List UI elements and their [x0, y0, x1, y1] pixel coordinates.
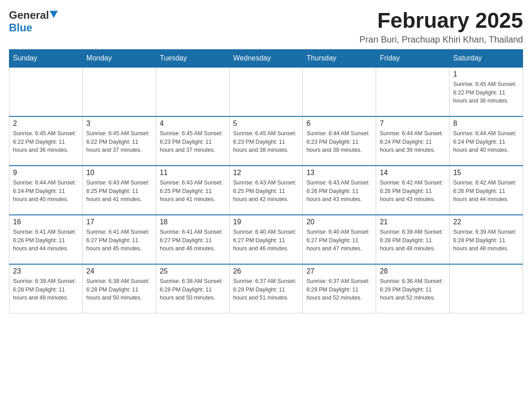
day-number: 7: [380, 120, 446, 128]
day-info: Sunrise: 6:36 AM Sunset: 6:29 PM Dayligh…: [380, 277, 446, 302]
day-number: 24: [86, 267, 152, 275]
day-info: Sunrise: 6:45 AM Sunset: 6:22 PM Dayligh…: [86, 129, 152, 154]
day-number: 8: [453, 120, 519, 128]
logo-arrow-icon: [50, 11, 58, 18]
day-info: Sunrise: 6:41 AM Sunset: 6:26 PM Dayligh…: [13, 228, 79, 253]
day-cell: 10Sunrise: 6:43 AM Sunset: 6:25 PM Dayli…: [82, 166, 156, 215]
day-number: 28: [380, 267, 446, 275]
day-info: Sunrise: 6:45 AM Sunset: 6:22 PM Dayligh…: [13, 129, 79, 154]
day-info: Sunrise: 6:40 AM Sunset: 6:27 PM Dayligh…: [233, 228, 299, 253]
day-cell: 8Sunrise: 6:44 AM Sunset: 6:24 PM Daylig…: [450, 116, 523, 166]
day-cell: 22Sunrise: 6:39 AM Sunset: 6:28 PM Dayli…: [450, 215, 523, 264]
day-number: 25: [160, 267, 226, 275]
page-header: General Blue February 2025 Pran Buri, Pr…: [9, 9, 523, 45]
day-info: Sunrise: 6:38 AM Sunset: 6:28 PM Dayligh…: [160, 277, 226, 302]
day-cell: 18Sunrise: 6:41 AM Sunset: 6:27 PM Dayli…: [156, 215, 229, 264]
title-section: February 2025 Pran Buri, Prachuap Khiri …: [360, 9, 523, 45]
day-number: 9: [13, 169, 79, 177]
day-cell: 11Sunrise: 6:43 AM Sunset: 6:25 PM Dayli…: [156, 166, 229, 215]
day-info: Sunrise: 6:45 AM Sunset: 6:22 PM Dayligh…: [453, 80, 519, 105]
day-info: Sunrise: 6:43 AM Sunset: 6:26 PM Dayligh…: [306, 179, 372, 204]
week-row-5: 23Sunrise: 6:39 AM Sunset: 6:28 PM Dayli…: [9, 264, 523, 313]
calendar-table: SundayMondayTuesdayWednesdayThursdayFrid…: [9, 49, 523, 314]
day-number: 19: [233, 218, 299, 226]
day-header-saturday: Saturday: [450, 49, 523, 67]
day-number: 15: [453, 169, 519, 177]
day-cell: 3Sunrise: 6:45 AM Sunset: 6:22 PM Daylig…: [82, 116, 156, 166]
day-header-wednesday: Wednesday: [229, 49, 303, 67]
day-cell: [82, 67, 156, 116]
day-info: Sunrise: 6:43 AM Sunset: 6:25 PM Dayligh…: [86, 179, 152, 204]
logo-general: General: [9, 9, 49, 21]
day-header-tuesday: Tuesday: [156, 49, 229, 67]
month-title: February 2025: [360, 9, 523, 33]
day-cell: 2Sunrise: 6:45 AM Sunset: 6:22 PM Daylig…: [9, 116, 83, 166]
day-header-sunday: Sunday: [9, 49, 83, 67]
day-number: 16: [13, 218, 79, 226]
day-cell: 17Sunrise: 6:41 AM Sunset: 6:27 PM Dayli…: [82, 215, 156, 264]
day-number: 27: [306, 267, 372, 275]
day-number: 18: [160, 218, 226, 226]
day-cell: 24Sunrise: 6:38 AM Sunset: 6:28 PM Dayli…: [82, 264, 156, 313]
day-cell: 19Sunrise: 6:40 AM Sunset: 6:27 PM Dayli…: [229, 215, 303, 264]
day-number: 6: [306, 120, 372, 128]
week-row-1: 1Sunrise: 6:45 AM Sunset: 6:22 PM Daylig…: [9, 67, 523, 116]
day-number: 14: [380, 169, 446, 177]
day-cell: 23Sunrise: 6:39 AM Sunset: 6:28 PM Dayli…: [9, 264, 83, 313]
day-info: Sunrise: 6:41 AM Sunset: 6:27 PM Dayligh…: [86, 228, 152, 253]
day-number: 2: [13, 120, 79, 128]
day-info: Sunrise: 6:44 AM Sunset: 6:24 PM Dayligh…: [13, 179, 79, 204]
day-cell: 13Sunrise: 6:43 AM Sunset: 6:26 PM Dayli…: [303, 166, 376, 215]
day-cell: 12Sunrise: 6:43 AM Sunset: 6:25 PM Dayli…: [229, 166, 303, 215]
day-cell: 21Sunrise: 6:39 AM Sunset: 6:28 PM Dayli…: [376, 215, 450, 264]
day-number: 23: [13, 267, 79, 275]
day-cell: 26Sunrise: 6:37 AM Sunset: 6:29 PM Dayli…: [229, 264, 303, 313]
logo: General Blue: [9, 9, 58, 34]
day-cell: 16Sunrise: 6:41 AM Sunset: 6:26 PM Dayli…: [9, 215, 83, 264]
day-info: Sunrise: 6:39 AM Sunset: 6:28 PM Dayligh…: [453, 228, 519, 253]
day-number: 13: [306, 169, 372, 177]
day-number: 4: [160, 120, 226, 128]
day-cell: 6Sunrise: 6:44 AM Sunset: 6:23 PM Daylig…: [303, 116, 376, 166]
day-info: Sunrise: 6:37 AM Sunset: 6:29 PM Dayligh…: [233, 277, 299, 302]
day-info: Sunrise: 6:39 AM Sunset: 6:28 PM Dayligh…: [380, 228, 446, 253]
day-cell: 28Sunrise: 6:36 AM Sunset: 6:29 PM Dayli…: [376, 264, 450, 313]
day-info: Sunrise: 6:38 AM Sunset: 6:28 PM Dayligh…: [86, 277, 152, 302]
day-number: 21: [380, 218, 446, 226]
day-header-friday: Friday: [376, 49, 450, 67]
day-info: Sunrise: 6:42 AM Sunset: 6:26 PM Dayligh…: [453, 179, 519, 204]
day-number: 22: [453, 218, 519, 226]
day-info: Sunrise: 6:45 AM Sunset: 6:23 PM Dayligh…: [233, 129, 299, 154]
logo-blue: Blue: [9, 21, 32, 34]
day-number: 1: [453, 70, 519, 78]
day-cell: [9, 67, 83, 116]
week-row-2: 2Sunrise: 6:45 AM Sunset: 6:22 PM Daylig…: [9, 116, 523, 166]
day-info: Sunrise: 6:42 AM Sunset: 6:26 PM Dayligh…: [380, 179, 446, 204]
day-cell: [229, 67, 303, 116]
day-header-monday: Monday: [82, 49, 156, 67]
week-row-3: 9Sunrise: 6:44 AM Sunset: 6:24 PM Daylig…: [9, 166, 523, 215]
day-number: 20: [306, 218, 372, 226]
day-number: 11: [160, 169, 226, 177]
day-cell: [450, 264, 523, 313]
day-cell: [303, 67, 376, 116]
day-info: Sunrise: 6:41 AM Sunset: 6:27 PM Dayligh…: [160, 228, 226, 253]
day-cell: 14Sunrise: 6:42 AM Sunset: 6:26 PM Dayli…: [376, 166, 450, 215]
day-info: Sunrise: 6:45 AM Sunset: 6:23 PM Dayligh…: [160, 129, 226, 154]
day-header-thursday: Thursday: [303, 49, 376, 67]
day-info: Sunrise: 6:44 AM Sunset: 6:24 PM Dayligh…: [380, 129, 446, 154]
day-number: 12: [233, 169, 299, 177]
day-info: Sunrise: 6:44 AM Sunset: 6:23 PM Dayligh…: [306, 129, 372, 154]
day-cell: [156, 67, 229, 116]
day-info: Sunrise: 6:43 AM Sunset: 6:25 PM Dayligh…: [160, 179, 226, 204]
week-row-4: 16Sunrise: 6:41 AM Sunset: 6:26 PM Dayli…: [9, 215, 523, 264]
day-info: Sunrise: 6:44 AM Sunset: 6:24 PM Dayligh…: [453, 129, 519, 154]
day-number: 3: [86, 120, 152, 128]
day-info: Sunrise: 6:40 AM Sunset: 6:27 PM Dayligh…: [306, 228, 372, 253]
day-cell: 27Sunrise: 6:37 AM Sunset: 6:29 PM Dayli…: [303, 264, 376, 313]
location-title: Pran Buri, Prachuap Khiri Khan, Thailand: [360, 34, 523, 45]
svg-marker-0: [50, 11, 58, 18]
day-number: 26: [233, 267, 299, 275]
days-of-week-row: SundayMondayTuesdayWednesdayThursdayFrid…: [9, 49, 523, 67]
day-number: 17: [86, 218, 152, 226]
